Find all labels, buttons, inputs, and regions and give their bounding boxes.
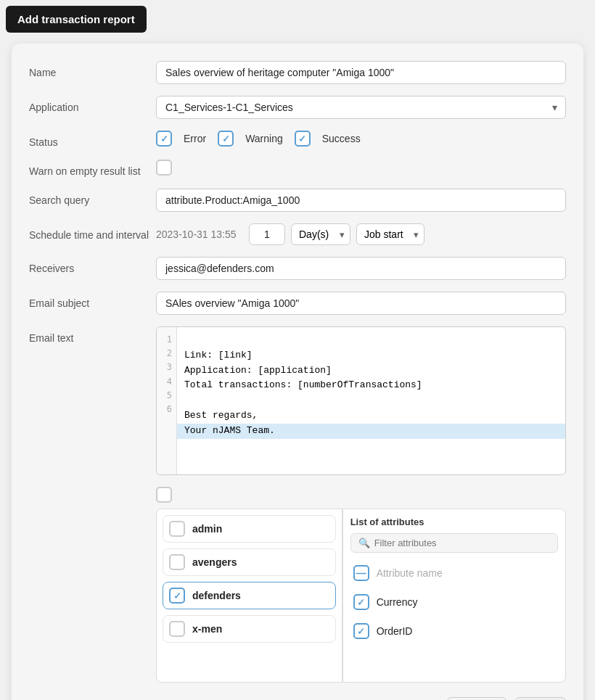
orderid-check-icon: ✓ bbox=[357, 626, 365, 637]
bottom-panel-wrap: admin avengers ✓ defenders x- bbox=[156, 487, 566, 683]
attr-item-orderid[interactable]: ✓ OrderID bbox=[350, 618, 558, 644]
filter-search-icon: 🔍 bbox=[358, 538, 370, 548]
warn-label: Warn on empty result list bbox=[29, 160, 156, 177]
warn-row: Warn on empty result list bbox=[29, 160, 566, 177]
email-line-5: Best regards, bbox=[184, 410, 258, 421]
warn-checkbox[interactable] bbox=[156, 160, 172, 176]
status-success-label: Success bbox=[322, 133, 361, 144]
attr-name-label: Attribute name bbox=[377, 567, 443, 579]
schedule-trigger-wrap: Job start bbox=[356, 223, 424, 245]
defenders-check-icon: ✓ bbox=[173, 590, 181, 601]
application-label: Application bbox=[29, 96, 156, 113]
email-text-row: Email text 1 2 3 4 5 6 Link: [link] Appl… bbox=[29, 326, 566, 475]
warn-checkbox-wrap bbox=[156, 160, 566, 176]
status-warning-checkbox[interactable]: ✓ bbox=[218, 131, 234, 147]
currency-checkbox[interactable]: ✓ bbox=[353, 594, 369, 610]
error-check-icon: ✓ bbox=[160, 133, 168, 144]
schedule-interval-input[interactable] bbox=[249, 223, 285, 245]
receivers-input[interactable] bbox=[156, 257, 566, 280]
groups-panel: admin avengers ✓ defenders x- bbox=[157, 509, 343, 682]
filter-bar[interactable]: 🔍 bbox=[350, 533, 558, 553]
dialog-title: Add transaction report bbox=[6, 6, 147, 33]
search-query-input[interactable] bbox=[156, 189, 566, 212]
schedule-trigger-select[interactable]: Job start bbox=[356, 223, 424, 245]
email-text-content[interactable]: Link: [link] Application: [application] … bbox=[177, 327, 565, 474]
orderid-checkbox[interactable]: ✓ bbox=[353, 623, 369, 639]
attributes-panel-title: List of attributes bbox=[350, 516, 558, 527]
application-row: Application C1_Services-1-C1_Services bbox=[29, 96, 566, 119]
warning-check-icon: ✓ bbox=[222, 133, 230, 144]
name-row: Name bbox=[29, 61, 566, 84]
status-row: Status ✓ Error ✓ Warning ✓ Success bbox=[29, 131, 566, 148]
attr-item-name[interactable]: — Attribute name bbox=[350, 560, 558, 586]
schedule-controls: 2023-10-31 13:55 Day(s) Job start bbox=[156, 223, 566, 245]
attr-name-checkbox[interactable]: — bbox=[353, 565, 369, 581]
attr-name-dash-icon: — bbox=[356, 568, 366, 578]
application-select-wrap: C1_Services-1-C1_Services bbox=[156, 96, 566, 119]
schedule-row: Schedule time and interval 2023-10-31 13… bbox=[29, 223, 566, 245]
schedule-unit-wrap: Day(s) bbox=[291, 223, 350, 245]
avengers-checkbox[interactable] bbox=[169, 554, 185, 570]
groups-attributes-row: admin avengers ✓ defenders x- bbox=[29, 487, 566, 683]
status-warning-label: Warning bbox=[245, 133, 283, 144]
cancel-button[interactable]: Cancel bbox=[447, 697, 506, 700]
attributes-panel: List of attributes 🔍 — Attribute name bbox=[343, 509, 565, 682]
group-item-defenders[interactable]: ✓ defenders bbox=[163, 582, 336, 609]
email-text-editor[interactable]: 1 2 3 4 5 6 Link: [link] Application: [a… bbox=[156, 326, 566, 475]
currency-check-icon: ✓ bbox=[357, 597, 365, 608]
defenders-checkbox[interactable]: ✓ bbox=[169, 588, 185, 604]
status-label: Status bbox=[29, 131, 156, 148]
status-checkboxes: ✓ Error ✓ Warning ✓ Success bbox=[156, 131, 566, 147]
avengers-label: avengers bbox=[192, 556, 237, 568]
group-item-xmen[interactable]: x-men bbox=[163, 615, 336, 643]
schedule-date-display: 2023-10-31 13:55 bbox=[156, 228, 243, 240]
email-line-2: Application: [application] bbox=[184, 365, 332, 376]
search-query-field-wrap bbox=[156, 189, 566, 212]
email-subject-field-wrap bbox=[156, 292, 566, 315]
line-numbers: 1 2 3 4 5 6 bbox=[157, 327, 177, 474]
email-subject-label: Email subject bbox=[29, 292, 156, 309]
admin-checkbox[interactable] bbox=[169, 521, 185, 537]
email-line-1: Link: [link] bbox=[184, 350, 253, 361]
status-error-label: Error bbox=[184, 133, 206, 144]
schedule-row-inner: 2023-10-31 13:55 Day(s) Job start bbox=[156, 223, 566, 245]
search-query-row: Search query bbox=[29, 189, 566, 212]
success-check-icon: ✓ bbox=[298, 133, 306, 144]
groups-master-checkbox[interactable] bbox=[156, 487, 172, 503]
status-error-checkbox[interactable]: ✓ bbox=[156, 131, 172, 147]
xmen-label: x-men bbox=[192, 623, 222, 635]
filter-attributes-input[interactable] bbox=[374, 538, 550, 548]
defenders-label: defenders bbox=[192, 590, 241, 601]
application-select[interactable]: C1_Services-1-C1_Services bbox=[156, 96, 566, 119]
schedule-unit-select[interactable]: Day(s) bbox=[291, 223, 350, 245]
email-line-3: Total transactions: [numberOfTransaction… bbox=[184, 379, 422, 390]
receivers-row: Receivers bbox=[29, 257, 566, 280]
save-button[interactable]: Save bbox=[515, 697, 566, 700]
bottom-section: admin avengers ✓ defenders x- bbox=[156, 508, 566, 683]
name-field-wrap bbox=[156, 61, 566, 84]
search-query-label: Search query bbox=[29, 189, 156, 206]
group-item-admin[interactable]: admin bbox=[163, 515, 336, 543]
email-subject-row: Email subject bbox=[29, 292, 566, 315]
receivers-field-wrap bbox=[156, 257, 566, 280]
email-text-editor-wrap: 1 2 3 4 5 6 Link: [link] Application: [a… bbox=[156, 326, 566, 475]
email-subject-input[interactable] bbox=[156, 292, 566, 315]
status-success-checkbox[interactable]: ✓ bbox=[295, 131, 311, 147]
attr-item-currency[interactable]: ✓ Currency bbox=[350, 589, 558, 615]
schedule-label: Schedule time and interval bbox=[29, 223, 156, 241]
email-line-6: Your nJAMS Team. bbox=[177, 424, 565, 439]
receivers-label: Receivers bbox=[29, 257, 156, 274]
name-label: Name bbox=[29, 61, 156, 78]
admin-label: admin bbox=[192, 523, 222, 535]
groups-label-spacer bbox=[29, 487, 156, 683]
email-text-label: Email text bbox=[29, 326, 156, 344]
modal-container: Name Application C1_Services-1-C1_Servic… bbox=[12, 44, 583, 700]
name-input[interactable] bbox=[156, 61, 566, 84]
currency-label: Currency bbox=[377, 596, 418, 608]
footer: Cancel Save bbox=[29, 697, 566, 700]
group-item-avengers[interactable]: avengers bbox=[163, 548, 336, 576]
status-options: ✓ Error ✓ Warning ✓ Success bbox=[156, 131, 566, 147]
xmen-checkbox[interactable] bbox=[169, 621, 185, 637]
orderid-label: OrderID bbox=[377, 625, 413, 637]
